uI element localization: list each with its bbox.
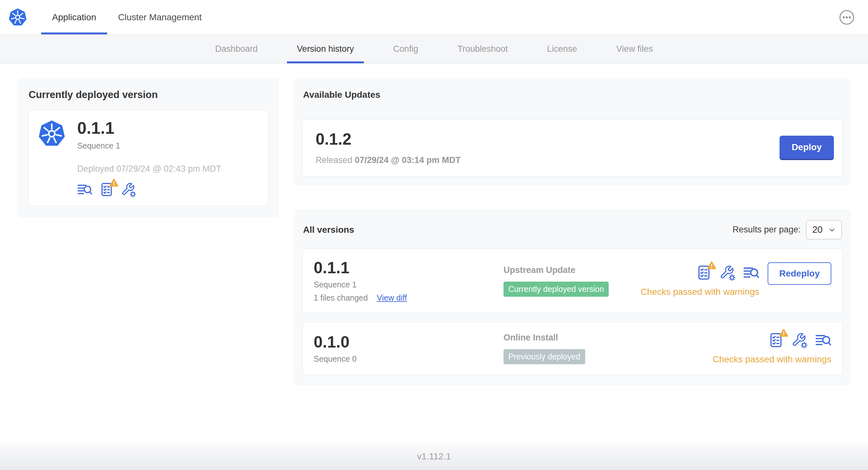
- version-info: 0.1.0 Sequence 0: [314, 333, 503, 364]
- console-version: v1.112.1: [417, 451, 451, 462]
- checks-status-text[interactable]: Checks passed with warnings: [641, 287, 759, 297]
- tab-view-files[interactable]: View files: [607, 35, 663, 63]
- logs-icon[interactable]: [743, 265, 759, 281]
- warning-triangle-icon: [110, 178, 118, 187]
- currently-deployed-panel: Currently deployed version 0.1.1 Sequenc…: [18, 78, 279, 217]
- ellipsis-menu-icon[interactable]: [839, 10, 855, 25]
- preflight-checks-warning-icon[interactable]: [768, 332, 784, 348]
- app-sub-nav: Dashboard Version history Config Trouble…: [0, 35, 868, 64]
- warning-triangle-icon: [707, 261, 716, 270]
- redeploy-button[interactable]: Redeploy: [768, 262, 831, 285]
- version-actions: Checks passed with warnings: [713, 332, 831, 365]
- status-badge: Previously deployed: [503, 349, 585, 364]
- available-updates-panel: Available Updates 0.1.2 Released 07/29/2…: [294, 78, 851, 186]
- config-icon[interactable]: [121, 182, 136, 197]
- version-actions: Checks passed with warnings Redeploy: [641, 265, 831, 297]
- released-datetime: 07/29/24 @ 03:14 pm MDT: [355, 155, 461, 165]
- all-versions-panel: All versions Results per page: 20: [294, 210, 851, 385]
- version-row: 0.1.0 Sequence 0 Online Install Previous…: [302, 322, 843, 375]
- all-versions-header: All versions Results per page: 20: [303, 220, 842, 239]
- tab-application[interactable]: Application: [41, 0, 107, 34]
- kubernetes-logo-icon: [8, 8, 27, 27]
- currently-deployed-title: Currently deployed version: [29, 89, 269, 101]
- results-per-page-label: Results per page:: [733, 225, 801, 235]
- logs-icon[interactable]: [815, 332, 831, 348]
- action-icons: [768, 332, 831, 348]
- config-icon[interactable]: [792, 332, 808, 348]
- chevron-down-icon: [828, 226, 836, 234]
- results-per-page-value: 20: [812, 224, 823, 235]
- preflight-checks-warning-icon[interactable]: [696, 265, 712, 281]
- main-content: Currently deployed version 0.1.1 Sequenc…: [0, 64, 868, 385]
- version-info: 0.1.1 Sequence 1 1 files changed View di…: [314, 259, 503, 303]
- tab-dashboard[interactable]: Dashboard: [205, 35, 268, 63]
- row-sequence: Sequence 1: [314, 280, 503, 289]
- kubernetes-app-icon: [38, 120, 66, 148]
- right-column: Available Updates 0.1.2 Released 07/29/2…: [294, 78, 851, 385]
- app-tabs: Application Cluster Management: [41, 0, 213, 34]
- update-version-number: 0.1.2: [316, 131, 461, 148]
- preflight-checks-warning-icon[interactable]: [99, 182, 114, 197]
- tab-troubleshoot[interactable]: Troubleshoot: [447, 35, 518, 63]
- status-badge: Currently deployed version: [503, 281, 609, 297]
- available-update-card: 0.1.2 Released 07/29/24 @ 03:14 pm MDT D…: [302, 119, 843, 176]
- version-rows: 0.1.1 Sequence 1 1 files changed View di…: [302, 248, 843, 375]
- view-diff-link[interactable]: View diff: [377, 293, 407, 303]
- released-prefix: Released: [316, 155, 352, 165]
- row-version-number: 0.1.1: [314, 259, 503, 277]
- tab-cluster-management[interactable]: Cluster Management: [107, 0, 213, 34]
- top-nav: Application Cluster Management: [0, 0, 868, 35]
- row-version-number: 0.1.0: [314, 333, 503, 351]
- app-footer: v1.112.1: [0, 443, 868, 470]
- row-files-changed: 1 files changed View diff: [314, 293, 503, 303]
- current-version-deployed-timestamp: Deployed 07/29/24 @ 02:43 pm MDT: [77, 164, 221, 174]
- kots-admin-console: Application Cluster Management Dashboard…: [0, 0, 868, 470]
- results-per-page: Results per page: 20: [733, 220, 842, 239]
- action-icons: [696, 265, 759, 281]
- version-source: Online Install Previously deployed: [503, 333, 713, 364]
- version-source: Upstream Update Currently deployed versi…: [503, 265, 641, 297]
- files-changed-text: 1 files changed: [314, 293, 368, 303]
- current-version-number: 0.1.1: [77, 119, 221, 137]
- logs-icon[interactable]: [77, 182, 92, 197]
- checks-status-text[interactable]: Checks passed with warnings: [713, 354, 831, 365]
- config-icon[interactable]: [719, 265, 736, 281]
- tab-config[interactable]: Config: [383, 35, 428, 63]
- current-version-details: 0.1.1 Sequence 1 Deployed 07/29/24 @ 02:…: [77, 119, 221, 197]
- current-version-actions: [77, 182, 221, 197]
- update-released-timestamp: Released 07/29/24 @ 03:14 pm MDT: [316, 155, 461, 165]
- tab-license[interactable]: License: [537, 35, 587, 63]
- available-updates-title: Available Updates: [303, 90, 842, 100]
- current-version-card: 0.1.1 Sequence 1 Deployed 07/29/24 @ 02:…: [28, 110, 269, 206]
- row-sequence: Sequence 0: [314, 354, 503, 364]
- top-nav-right: [839, 10, 855, 25]
- current-version-sequence: Sequence 1: [77, 141, 221, 150]
- all-versions-title: All versions: [303, 225, 354, 235]
- version-row: 0.1.1 Sequence 1 1 files changed View di…: [302, 248, 843, 313]
- warning-triangle-icon: [779, 328, 788, 337]
- source-label: Online Install: [503, 333, 713, 343]
- tab-version-history[interactable]: Version history: [287, 35, 364, 63]
- checks-cluster: Checks passed with warnings: [713, 332, 831, 365]
- checks-cluster: Checks passed with warnings: [641, 265, 759, 297]
- source-label: Upstream Update: [503, 265, 641, 275]
- deploy-button[interactable]: Deploy: [779, 136, 834, 160]
- results-per-page-select[interactable]: 20: [806, 220, 842, 239]
- update-details: 0.1.2 Released 07/29/24 @ 03:14 pm MDT: [316, 131, 461, 165]
